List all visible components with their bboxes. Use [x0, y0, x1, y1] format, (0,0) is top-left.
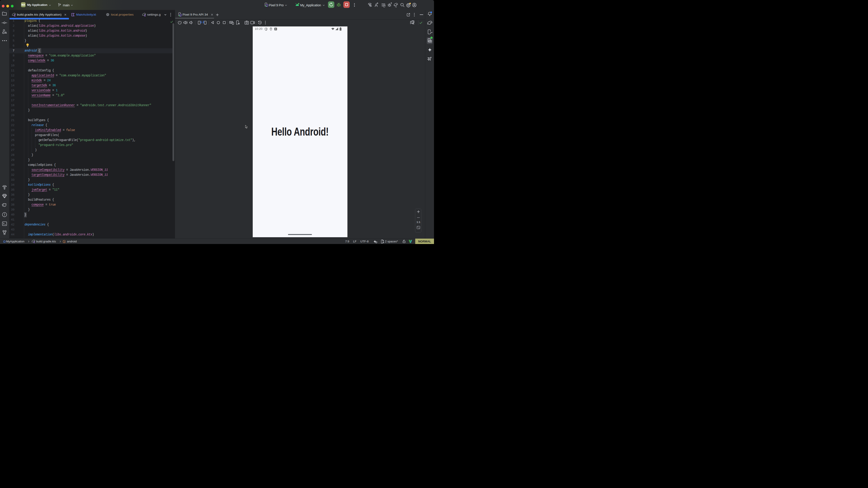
svg-text:A: A	[275, 28, 276, 30]
